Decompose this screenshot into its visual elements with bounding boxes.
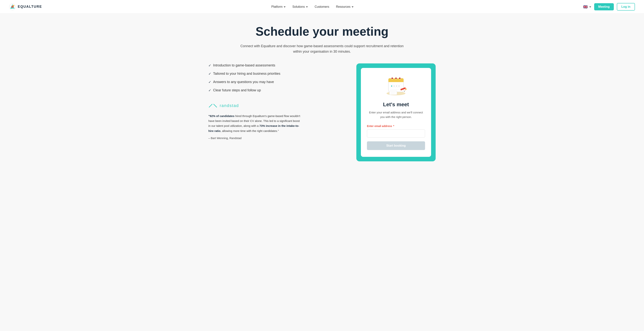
checkmark-icon: ✓ bbox=[208, 64, 211, 68]
logo-text: EQUALTURE bbox=[18, 5, 42, 9]
language-selector[interactable]: 🇬🇧 bbox=[583, 4, 591, 10]
card-title: Let's meet bbox=[367, 102, 425, 108]
chevron-down-icon bbox=[306, 6, 308, 8]
right-column: Let's meet Enter your email address and … bbox=[356, 64, 436, 161]
navbar: EQUALTURE Platform Solutions Customers R… bbox=[0, 0, 644, 14]
svg-line-4 bbox=[209, 104, 212, 107]
email-label: Enter email address * bbox=[367, 124, 425, 128]
feature-item-2: ✓ Tailored to your hiring and business p… bbox=[208, 72, 341, 76]
testimonial-section: randstad "92% of candidates hired throug… bbox=[208, 103, 341, 140]
svg-rect-9 bbox=[388, 80, 404, 82]
chevron-down-icon bbox=[352, 6, 354, 8]
svg-point-10 bbox=[391, 77, 393, 79]
page-subtitle: Connect with Equalture and discover how … bbox=[237, 44, 407, 54]
nav-link-resources[interactable]: Resources bbox=[336, 5, 353, 8]
svg-point-11 bbox=[395, 77, 397, 79]
nav-item-platform[interactable]: Platform bbox=[271, 5, 286, 8]
login-button[interactable]: Log in bbox=[617, 3, 635, 10]
booking-card-wrapper: Let's meet Enter your email address and … bbox=[356, 64, 436, 161]
feature-item-4: ✓ Clear future steps and follow up bbox=[208, 88, 341, 92]
svg-point-12 bbox=[399, 77, 401, 79]
randstad-wordmark: randstad bbox=[220, 103, 239, 108]
card-description: Enter your email address and we'll conne… bbox=[367, 110, 425, 119]
nav-item-solutions[interactable]: Solutions bbox=[292, 5, 308, 8]
feature-item-1: ✓ Introduction to game-based assessments bbox=[208, 64, 341, 68]
svg-point-17 bbox=[394, 86, 395, 86]
checkmark-icon: ✓ bbox=[208, 88, 211, 92]
testimonial-author: – Bart Wenning, Randstad bbox=[208, 136, 341, 140]
calendar-illustration bbox=[384, 76, 408, 96]
randstad-symbol-icon bbox=[208, 103, 218, 108]
meeting-button[interactable]: Meeting bbox=[594, 3, 614, 10]
logo-link[interactable]: EQUALTURE bbox=[9, 4, 42, 10]
svg-point-3 bbox=[11, 7, 12, 8]
svg-point-19 bbox=[398, 86, 400, 86]
main-content: Schedule your meeting Connect with Equal… bbox=[199, 14, 445, 176]
page-header: Schedule your meeting Connect with Equal… bbox=[208, 25, 436, 54]
nav-link-platform[interactable]: Platform bbox=[271, 5, 286, 8]
nav-link-customers[interactable]: Customers bbox=[315, 5, 329, 8]
nav-item-customers[interactable]: Customers bbox=[315, 5, 329, 8]
page-title: Schedule your meeting bbox=[208, 25, 436, 38]
calendar-svg-icon bbox=[384, 76, 408, 96]
feature-item-3: ✓ Answers to any questions you may have bbox=[208, 80, 341, 84]
checkmark-icon: ✓ bbox=[208, 72, 211, 76]
nav-links: Platform Solutions Customers Resources bbox=[271, 5, 353, 8]
svg-point-18 bbox=[396, 86, 397, 86]
left-column: ✓ Introduction to game-based assessments… bbox=[208, 64, 341, 140]
two-column-layout: ✓ Introduction to game-based assessments… bbox=[208, 64, 436, 161]
nav-item-resources[interactable]: Resources bbox=[336, 5, 353, 8]
email-input[interactable] bbox=[367, 130, 425, 138]
start-booking-button[interactable]: Start booking bbox=[367, 141, 425, 150]
svg-marker-22 bbox=[404, 90, 405, 92]
feature-list: ✓ Introduction to game-based assessments… bbox=[208, 64, 341, 92]
svg-line-5 bbox=[214, 104, 217, 107]
svg-rect-23 bbox=[390, 91, 397, 95]
chevron-down-icon bbox=[589, 6, 591, 8]
nav-right: 🇬🇧 Meeting Log in bbox=[583, 3, 635, 10]
uk-flag-icon: 🇬🇧 bbox=[583, 4, 588, 10]
checkmark-icon: ✓ bbox=[208, 80, 211, 84]
booking-card: Let's meet Enter your email address and … bbox=[361, 68, 431, 157]
svg-point-16 bbox=[391, 86, 392, 86]
svg-point-2 bbox=[13, 5, 14, 6]
equalture-logo-icon bbox=[9, 4, 16, 10]
testimonial-quote: "92% of candidates hired through Equaltu… bbox=[208, 114, 303, 134]
nav-link-solutions[interactable]: Solutions bbox=[292, 5, 308, 8]
randstad-logo: randstad bbox=[208, 103, 341, 108]
chevron-down-icon bbox=[284, 6, 286, 8]
